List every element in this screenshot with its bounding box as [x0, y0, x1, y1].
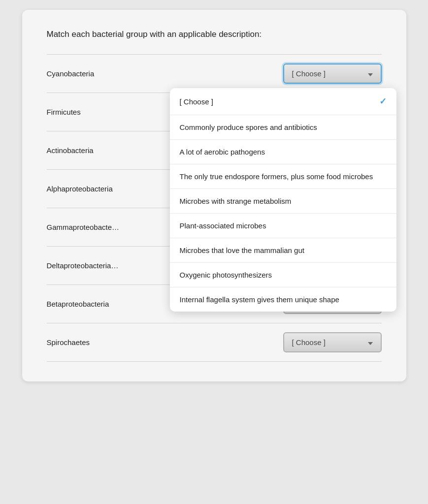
dropdown-item-oxygenic[interactable]: Oxygenic photosynthesizers — [170, 263, 396, 287]
dropdown-item-choose[interactable]: [ Choose ]✓ — [170, 88, 396, 115]
dropdown-item-text-endospore: The only true endospore formers, plus so… — [180, 172, 373, 181]
dropdown-item-spores[interactable]: Commonly produce spores and antibiotics — [170, 115, 396, 140]
label-alphaproteobacteria: Alphaproteobacteria — [47, 185, 155, 193]
dropdown-item-flagella[interactable]: Internal flagella system gives them uniq… — [170, 287, 396, 312]
row-cyanobacteria: Cyanobacteria[ Choose ][ Choose ]✓Common… — [47, 54, 382, 93]
dropdown-item-text-strange: Microbes with strange metabolism — [180, 197, 292, 205]
select-text-cyanobacteria: [ Choose ] — [292, 69, 326, 78]
dropdown-item-endospore[interactable]: The only true endospore formers, plus so… — [170, 164, 396, 189]
dropdown-item-strange[interactable]: Microbes with strange metabolism — [170, 189, 396, 214]
dropdown-item-aerobic[interactable]: A lot of aerobic pathogens — [170, 140, 396, 164]
dropdown-item-text-plant: Plant-associated microbes — [180, 221, 266, 230]
dropdown-item-text-flagella: Internal flagella system gives them uniq… — [180, 295, 339, 304]
label-gammaproteobacteria: Gammaproteobacte… — [47, 223, 155, 231]
select-btn-cyanobacteria[interactable]: [ Choose ] — [283, 63, 382, 84]
label-deltaproteobacteria: Deltaproteobacteria… — [47, 261, 155, 270]
label-betaproteobacteria: Betaproteobacteria — [47, 300, 155, 308]
chevron-down-icon-cyanobacteria — [368, 69, 373, 78]
dropdown-item-text-oxygenic: Oxygenic photosynthesizers — [180, 271, 272, 279]
select-text-spirochaetes: [ Choose ] — [292, 338, 326, 346]
label-cyanobacteria: Cyanobacteria — [47, 69, 155, 78]
dropdown-menu: [ Choose ]✓Commonly produce spores and a… — [170, 88, 396, 312]
row-spirochaetes: Spirochaetes[ Choose ] — [47, 323, 382, 362]
dropdown-item-text-choose: [ Choose ] — [180, 97, 213, 106]
rows-container: Cyanobacteria[ Choose ][ Choose ]✓Common… — [47, 54, 382, 362]
label-spirochaetes: Spirochaetes — [47, 338, 155, 346]
chevron-down-icon-spirochaetes — [368, 338, 373, 346]
dropdown-item-text-aerobic: A lot of aerobic pathogens — [180, 148, 265, 156]
dropdown-item-text-spores: Commonly produce spores and antibiotics — [180, 123, 317, 131]
label-firmicutes: Firmicutes — [47, 108, 155, 116]
checkmark-icon: ✓ — [379, 96, 387, 107]
dropdown-item-text-mammalian: Microbes that love the mammalian gut — [180, 246, 304, 254]
label-actinobacteria: Actinobacteria — [47, 146, 155, 155]
dropdown-item-plant[interactable]: Plant-associated microbes — [170, 214, 396, 238]
select-btn-spirochaetes[interactable]: [ Choose ] — [283, 332, 382, 352]
dropdown-item-mammalian[interactable]: Microbes that love the mammalian gut — [170, 238, 396, 263]
quiz-card: Match each bacterial group with an appli… — [22, 10, 406, 381]
question-title: Match each bacterial group with an appli… — [47, 30, 382, 39]
